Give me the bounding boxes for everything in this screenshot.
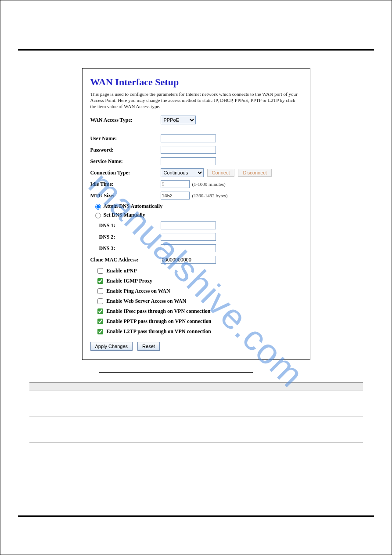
mtu-size-hint: (1360-1492 bytes) [192,193,228,198]
gray-band [29,382,363,391]
option-label: Enable Web Server Access on WAN [107,298,187,305]
option-checkbox[interactable] [97,308,103,314]
apply-changes-button[interactable]: Apply Changes [90,342,133,351]
option-checkbox[interactable] [97,278,103,284]
wan-access-type-label: WAN Access Type: [90,117,161,123]
wan-setup-panel: WAN Interface Setup This page is used to… [82,68,310,360]
section-divider [99,372,253,373]
service-name-input[interactable] [161,157,216,165]
page-title: WAN Interface Setup [90,76,302,88]
attain-dns-radio[interactable] [95,204,101,210]
connection-type-label: Connection Type: [90,170,161,176]
checkbox-row: Enable IPsec pass through on VPN connect… [96,307,302,316]
option-label: Enable L2TP pass through on VPN connecti… [107,328,211,335]
thin-divider-2 [29,443,363,443]
dns1-input[interactable] [161,221,216,229]
service-name-label: Service Name: [90,158,161,165]
set-dns-radio[interactable] [95,213,101,218]
option-label: Enable IPsec pass through on VPN connect… [107,308,211,315]
thin-divider-1 [29,417,363,417]
connect-button[interactable]: Connect [207,169,235,177]
dns2-label: DNS 2: [90,234,161,240]
dns2-input[interactable] [161,233,216,241]
dns3-input[interactable] [161,244,216,252]
option-checkbox[interactable] [97,329,103,334]
checkbox-row: Enable L2TP pass through on VPN connecti… [96,327,302,336]
option-checkbox[interactable] [97,268,103,274]
option-checkbox[interactable] [97,298,103,304]
top-rule [18,49,374,51]
password-label: Password: [90,147,161,153]
page-description: This page is used to configure the param… [90,91,302,109]
user-name-input[interactable] [161,134,216,142]
mtu-size-label: MTU Size: [90,192,161,199]
attain-dns-label: Attain DNS Automatically [104,203,163,210]
wan-access-type-select[interactable]: PPPoE [161,116,196,124]
dns1-label: DNS 1: [90,222,161,229]
option-label: Enable uPNP [107,268,137,274]
idle-time-hint: (1-1000 minutes) [192,181,226,187]
option-checkbox[interactable] [97,319,103,324]
option-label: Enable IGMP Proxy [107,278,152,284]
idle-time-input [161,180,190,188]
checkbox-row: Enable IGMP Proxy [96,277,302,285]
disconnect-button[interactable]: Disconnect [238,169,271,177]
mtu-size-input[interactable] [161,192,190,200]
set-dns-label: Set DNS Manually [104,212,145,218]
connection-type-select[interactable]: Continuous [161,168,204,177]
option-label: Enable Ping Access on WAN [107,288,170,294]
option-label: Enable PPTP pass through on VPN connecti… [107,318,212,325]
checkbox-row: Enable PPTP pass through on VPN connecti… [96,317,302,326]
user-name-label: User Name: [90,135,161,142]
option-checkbox[interactable] [97,288,103,294]
bottom-rule [18,515,374,517]
clone-mac-label: Clone MAC Address: [90,257,161,263]
password-input[interactable] [161,146,216,154]
dns3-label: DNS 3: [90,245,161,252]
checkbox-row: Enable uPNP [96,267,302,275]
checkbox-row: Enable Web Server Access on WAN [96,297,302,305]
idle-time-label: Idle Time: [90,181,161,188]
checkbox-row: Enable Ping Access on WAN [96,287,302,295]
reset-button[interactable]: Reset [137,342,160,351]
clone-mac-input[interactable] [161,256,216,264]
